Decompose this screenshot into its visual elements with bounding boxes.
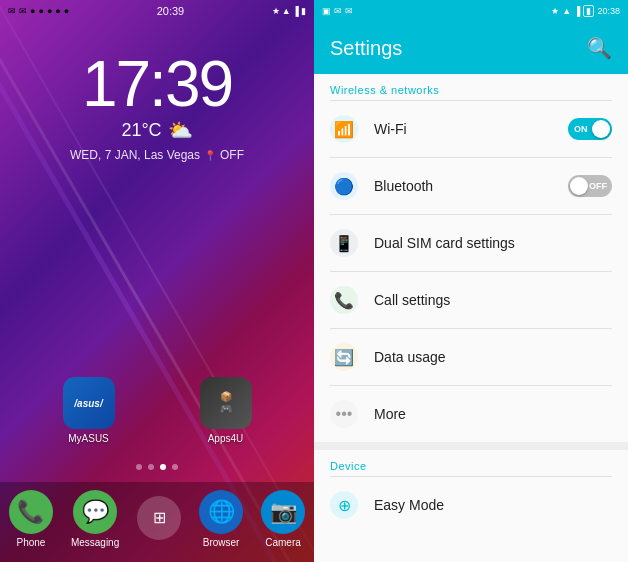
dot-3-active (160, 464, 166, 470)
call-settings-setting[interactable]: 📞 Call settings (314, 272, 628, 328)
clock-area: 17:39 21°C ⛅ WED, 7 JAN, Las Vegas 📍 OFF (0, 22, 314, 377)
dock-messaging[interactable]: 💬 Messaging (71, 490, 119, 548)
big-clock: 17:39 (82, 52, 232, 116)
left-panel: ✉ ✉ ● ● ● ● ● 20:39 ★ ▲ ▐ ▮ 17:39 21°C ⛅ (0, 0, 314, 562)
star-icon-r: ★ (551, 6, 559, 16)
easy-mode-setting[interactable]: ⊕ Easy Mode (314, 477, 628, 533)
bluetooth-toggle[interactable]: OFF (568, 175, 612, 197)
settings-header: Settings 🔍 (314, 22, 628, 74)
wifi-label: Wi-Fi (374, 121, 552, 137)
bluetooth-toggle-off-label: OFF (589, 181, 607, 191)
circle-icon2: ● (38, 6, 43, 16)
apps4u-icon-box: 📦🎮 (200, 377, 252, 429)
dock-phone[interactable]: 📞 Phone (9, 490, 53, 548)
more-label: More (374, 406, 612, 422)
messaging-icon: 💬 (73, 490, 117, 534)
section-divider (314, 442, 628, 450)
bluetooth-label: Bluetooth (374, 178, 552, 194)
signal-icon-r: ▐ (574, 6, 580, 16)
temperature: 21°C (121, 120, 161, 141)
circle-icon4: ● (55, 6, 60, 16)
messaging-label: Messaging (71, 537, 119, 548)
wifi-toggle[interactable]: ON (568, 118, 612, 140)
apps-icon: ⊞ (137, 496, 181, 540)
circle-icon1: ● (30, 6, 35, 16)
bluetooth-setting[interactable]: 🔵 Bluetooth OFF (314, 158, 628, 214)
wireless-section-label: Wireless & networks (314, 74, 628, 100)
right-panel: ▣ ✉ ✉ ★ ▲ ▐ ▮ 20:38 Settings 🔍 Wireless … (314, 0, 628, 562)
apps4u-app[interactable]: 📦🎮 Apps4U (200, 377, 252, 444)
sim-icon: 📱 (330, 229, 358, 257)
easy-mode-label: Easy Mode (374, 497, 612, 513)
weather-icon: ⛅ (168, 118, 193, 142)
settings-content: Wireless & networks 📶 Wi-Fi ON 🔵 Bluetoo… (314, 74, 628, 562)
dock-browser[interactable]: 🌐 Browser (199, 490, 243, 548)
dock-apps[interactable]: ⊞ (137, 496, 181, 543)
mail-icon: ✉ (19, 6, 27, 16)
dot-4 (172, 464, 178, 470)
dot-1 (136, 464, 142, 470)
data-icon: 🔄 (330, 343, 358, 371)
wifi-icon: 📶 (330, 115, 358, 143)
call-settings-label: Call settings (374, 292, 612, 308)
home-app-icons: /asus/ MyASUS 📦🎮 Apps4U (0, 377, 314, 444)
apps4u-label: Apps4U (208, 433, 244, 444)
call-icon: 📞 (330, 286, 358, 314)
dot-2 (148, 464, 154, 470)
mail-icon-r2: ✉ (345, 6, 353, 16)
screen-icon: ▣ (322, 6, 331, 16)
easy-mode-icon: ⊕ (330, 491, 358, 519)
status-time-right: 20:38 (597, 6, 620, 16)
bluetooth-icon: 🔵 (330, 172, 358, 200)
wifi-icon-left: ▲ (282, 6, 291, 16)
data-usage-setting[interactable]: 🔄 Data usage (314, 329, 628, 385)
data-usage-label: Data usage (374, 349, 612, 365)
more-icon: ••• (330, 400, 358, 428)
status-bar-right: ▣ ✉ ✉ ★ ▲ ▐ ▮ 20:38 (314, 0, 628, 22)
phone-icon: 📞 (9, 490, 53, 534)
date-row: WED, 7 JAN, Las Vegas 📍 OFF (70, 148, 244, 162)
battery-icon-r: ▮ (583, 5, 594, 17)
status-right-right-panel: ★ ▲ ▐ ▮ 20:38 (551, 5, 620, 17)
settings-title: Settings (330, 37, 402, 60)
status-bar-left: ✉ ✉ ● ● ● ● ● 20:39 ★ ▲ ▐ ▮ (0, 0, 314, 22)
phone-label: Phone (16, 537, 45, 548)
bluetooth-toggle-knob (570, 177, 588, 195)
status-left-icons: ✉ ✉ ● ● ● ● ● (8, 6, 69, 16)
location-icon: 📍 (204, 150, 216, 161)
weather-row: 21°C ⛅ (121, 118, 192, 142)
wifi-toggle-on-label: ON (574, 124, 588, 134)
camera-icon: 📷 (261, 490, 305, 534)
dual-sim-setting[interactable]: 📱 Dual SIM card settings (314, 215, 628, 271)
bluetooth-toggle-wrapper[interactable]: OFF (568, 175, 612, 197)
wifi-setting[interactable]: 📶 Wi-Fi ON (314, 101, 628, 157)
status-time-left: 20:39 (157, 5, 185, 17)
status-right-icons-left: ★ ▲ ▐ ▮ (272, 6, 306, 16)
circle-icon5: ● (64, 6, 69, 16)
myasus-label: MyASUS (68, 433, 109, 444)
dock-camera[interactable]: 📷 Camera (261, 490, 305, 548)
myasus-app[interactable]: /asus/ MyASUS (63, 377, 115, 444)
star-icon: ★ (272, 6, 280, 16)
location-off: OFF (220, 148, 244, 162)
search-button[interactable]: 🔍 (587, 36, 612, 60)
signal-icon-left: ▐ (293, 6, 299, 16)
dual-sim-label: Dual SIM card settings (374, 235, 612, 251)
wifi-toggle-wrapper[interactable]: ON (568, 118, 612, 140)
battery-icon-left: ▮ (301, 6, 306, 16)
page-indicators (0, 464, 314, 470)
wifi-toggle-knob (592, 120, 610, 138)
mail-icon-r1: ✉ (334, 6, 342, 16)
myasus-icon: /asus/ (63, 377, 115, 429)
browser-icon: 🌐 (199, 490, 243, 534)
device-section-label: Device (314, 450, 628, 476)
browser-label: Browser (203, 537, 240, 548)
bottom-dock: 📞 Phone 💬 Messaging ⊞ 🌐 Brows (0, 482, 314, 562)
circle-icon3: ● (47, 6, 52, 16)
date-text: WED, 7 JAN, Las Vegas (70, 148, 200, 162)
wifi-icon-r: ▲ (562, 6, 571, 16)
more-setting[interactable]: ••• More (314, 386, 628, 442)
camera-label: Camera (265, 537, 301, 548)
notification-icon: ✉ (8, 6, 16, 16)
status-left-right-panel: ▣ ✉ ✉ (322, 6, 353, 16)
